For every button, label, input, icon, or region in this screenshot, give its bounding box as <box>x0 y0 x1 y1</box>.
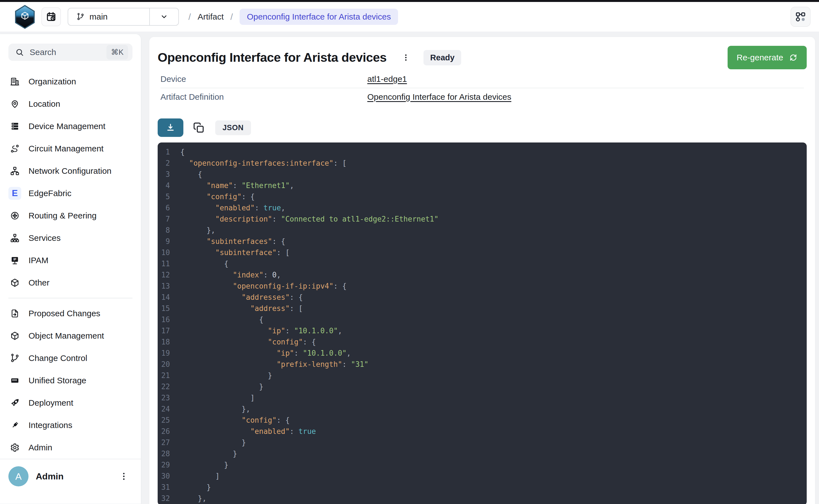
sidebar-item-label: Services <box>28 233 61 243</box>
sidebar-item-services[interactable]: Services <box>8 227 137 249</box>
code-line: 27 } <box>158 437 807 448</box>
app-window: main / Artifact / Openconfig Interface f… <box>0 0 819 504</box>
rocket-icon <box>8 396 21 409</box>
map-pin-icon <box>8 98 21 110</box>
regenerate-label: Re-generate <box>737 53 783 62</box>
copy-button[interactable] <box>193 122 205 134</box>
branch-selector[interactable]: main <box>68 8 179 26</box>
sidebar-item-admin[interactable]: Admin <box>8 436 137 459</box>
sidebar-item-network-configuration[interactable]: Network Configuration <box>8 160 137 182</box>
sidebar-item-edgefabric[interactable]: EEdgeFabric <box>8 182 137 205</box>
title-row: Openconfig Interface for Arista devices … <box>158 47 807 68</box>
sidebar-item-label: Admin <box>28 443 52 452</box>
code-line: 11 { <box>158 258 807 269</box>
edgefabric-badge: E <box>8 187 21 200</box>
sidebar-item-other[interactable]: Other <box>8 272 137 294</box>
sidebar-nav: OrganizationLocationDevice ManagementCir… <box>0 64 141 459</box>
sidebar-item-label: Other <box>28 278 49 287</box>
network-icon <box>8 165 21 177</box>
title-menu-button[interactable] <box>402 53 410 62</box>
code-line: 18 "config": { <box>158 336 807 348</box>
table-row: Artifact Definition Openconfig Interface… <box>160 88 804 106</box>
format-badge: JSON <box>215 120 251 135</box>
sidebar-item-proposed-changes[interactable]: Proposed Changes <box>8 302 137 325</box>
page-title: Openconfig Interface for Arista devices <box>158 50 386 65</box>
app-logo[interactable] <box>15 5 35 28</box>
code-line: 25 "config": { <box>158 415 807 426</box>
search-input[interactable] <box>29 47 101 57</box>
window-top-strip <box>0 0 819 2</box>
code-line: 6 "enabled": true, <box>158 202 807 213</box>
sidebar-item-routing-and-peering[interactable]: Routing & Peering <box>8 205 137 227</box>
storage-icon <box>8 374 21 387</box>
sidebar-item-deployment[interactable]: Deployment <box>8 392 137 414</box>
user-area: A Admin <box>0 459 141 504</box>
sidebar-item-label: Integrations <box>28 420 72 430</box>
breadcrumb-item-current[interactable]: Openconfig Interface for Arista devices <box>239 9 398 25</box>
sidebar-item-device-management[interactable]: Device Management <box>8 115 137 137</box>
git-branch-icon <box>77 13 84 21</box>
status-badge: Ready <box>424 50 461 65</box>
sidebar-item-object-management[interactable]: Object Management <box>8 325 137 347</box>
calendar-button[interactable] <box>41 7 61 26</box>
branch-name: main <box>89 12 108 22</box>
sidebar-item-integrations[interactable]: Integrations <box>8 414 137 436</box>
sidebar-item-location[interactable]: Location <box>8 93 137 115</box>
code-line: 31 } <box>158 482 807 493</box>
copy-icon <box>193 122 205 134</box>
code-line: 7 "description": "Connected to atl1-edge… <box>158 213 807 225</box>
branch-dropdown-toggle[interactable] <box>149 8 178 25</box>
detail-table: Device atl1-edge1 Artifact Definition Op… <box>158 70 807 106</box>
code-line: 12 "index": 0, <box>158 269 807 280</box>
git-branch-icon <box>8 352 21 365</box>
sidebar-item-unified-storage[interactable]: Unified Storage <box>8 369 137 392</box>
sidebar-item-label: Device Management <box>28 122 105 131</box>
code-line: 17 "ip": "10.1.0.0", <box>158 325 807 336</box>
download-icon <box>165 123 175 133</box>
branch-selected: main <box>68 8 149 25</box>
breadcrumb-item-artifact[interactable]: Artifact <box>198 12 224 22</box>
breadcrumb-separator: / <box>230 12 233 22</box>
apps-topology-button[interactable] <box>791 7 811 27</box>
sidebar-item-organization[interactable]: Organization <box>8 70 137 93</box>
device-link[interactable]: atl1-edge1 <box>367 74 407 84</box>
svg-text:IP: IP <box>13 258 16 261</box>
sidebar-item-label: Circuit Management <box>28 144 103 153</box>
sidebar-item-label: Network Configuration <box>28 166 111 176</box>
chevron-down-icon <box>160 13 168 21</box>
device-label: Device <box>160 74 367 84</box>
cube-icon <box>8 329 21 342</box>
sidebar-item-change-control[interactable]: Change Control <box>8 347 137 369</box>
regenerate-button[interactable]: Re-generate <box>728 46 807 69</box>
breadcrumb-separator: / <box>188 12 191 22</box>
artifact-definition-link[interactable]: Openconfig Interface for Arista devices <box>367 92 511 102</box>
server-rack-icon <box>8 120 21 133</box>
topbar: main / Artifact / Openconfig Interface f… <box>0 2 819 32</box>
sidebar-item-label: Routing & Peering <box>28 211 97 220</box>
user-name: Admin <box>36 471 64 482</box>
download-button[interactable] <box>158 118 183 137</box>
code-line: 10 "subinterface": [ <box>158 247 807 258</box>
code-line: 26 "enabled": true <box>158 426 807 437</box>
code-line: 16 { <box>158 314 807 325</box>
code-line: 23 ] <box>158 392 807 403</box>
code-line: 24 }, <box>158 403 807 415</box>
sidebar-item-circuit-management[interactable]: Circuit Management <box>8 137 137 160</box>
ipam-screen-icon: IP <box>8 254 21 267</box>
breadcrumb: / Artifact / Openconfig Interface for Ar… <box>188 9 398 25</box>
sidebar-item-ipam[interactable]: IPIPAM <box>8 249 137 272</box>
code-line: 19 "ip": "10.1.0.0", <box>158 348 807 359</box>
content-shell: ⌘K OrganizationLocationDevice Management… <box>0 32 819 504</box>
user-menu-button[interactable] <box>119 472 129 481</box>
code-line: 20 "prefix-length": "31" <box>158 359 807 370</box>
sidebar-item-label: Organization <box>28 77 76 86</box>
code-viewer: 1{2 "openconfig-interfaces:interface": [… <box>158 142 807 504</box>
route-icon <box>8 142 21 155</box>
sidebar-section-divider <box>8 298 132 298</box>
code-line: 8 }, <box>158 225 807 236</box>
search-box[interactable]: ⌘K <box>8 44 132 61</box>
code-line: 30 ] <box>158 470 807 482</box>
code-line: 22 } <box>158 381 807 392</box>
code-line: 4 "name": "Ethernet1", <box>158 180 807 191</box>
avatar: A <box>8 466 28 486</box>
